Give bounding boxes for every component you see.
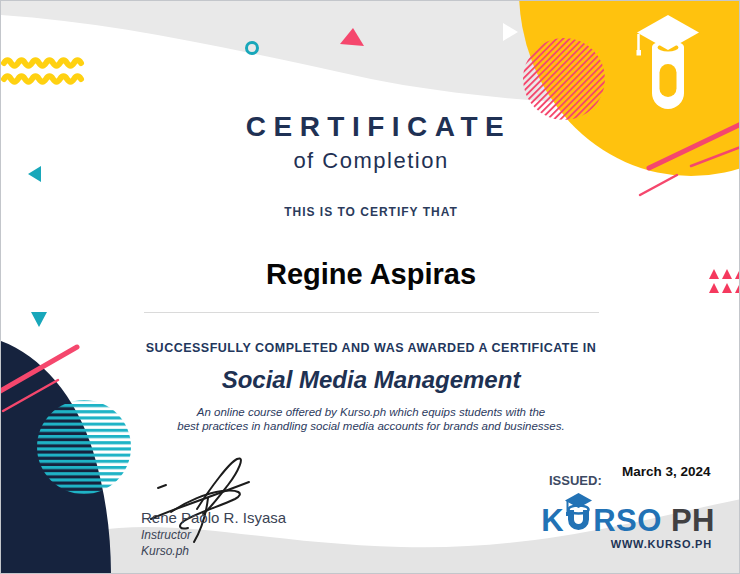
certify-line: THIS IS TO CERTIFY THAT [1,205,740,219]
course-description-line2: best practices in handling social media … [1,419,740,433]
course-title: Social Media Management [1,366,740,394]
issued-label: ISSUED: [549,473,602,488]
yellow-squiggles [4,60,81,82]
recipient-name: Regine Aspiras [1,258,740,291]
signatory-role: Instructor [141,528,191,542]
certificate-subtitle: of Completion [1,148,740,174]
certificate-page: CERTIFICATE of Completion THIS IS TO CER… [0,0,740,574]
logo-letters-ph: PH [671,504,715,538]
divider-line [144,312,599,313]
course-description: An online course offered by Kurso.ph whi… [1,405,740,433]
signatory-organization: Kurso.ph [141,544,189,558]
teal-triangles [28,166,47,327]
brand-website: WWW.KURSO.PH [611,538,712,550]
award-line: SUCCESSFULLY COMPLETED AND WAS AWARDED A… [1,341,740,355]
certificate-title: CERTIFICATE [1,111,740,143]
logo-letters-rso: RSO [593,504,662,538]
logo-letter-k: K [541,504,564,538]
course-description-line1: An online course offered by Kurso.ph whi… [1,405,740,419]
pink-striped-circle [523,38,605,120]
logo-graduation-cap-icon [565,493,592,533]
signatory-name: Rene Paolo R. Isyasa [141,509,286,526]
kurso-logo: K RSO PH [541,493,715,538]
issued-date: March 3, 2024 [622,464,711,479]
